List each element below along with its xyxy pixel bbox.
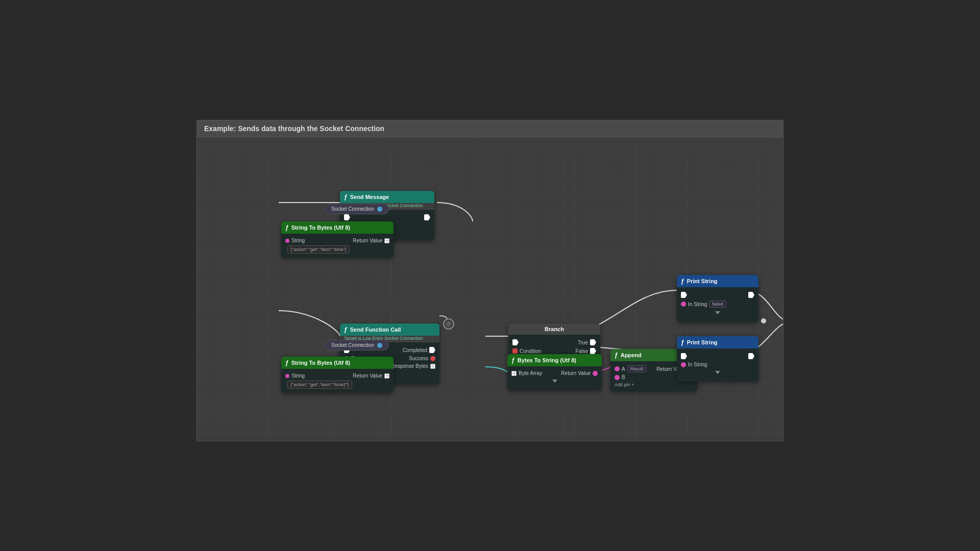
print-string-top-body: In String failed (677, 287, 758, 322)
bts-array-label: Byte Array (519, 370, 542, 376)
bytes-to-string-body: Byte Array Return Value (507, 366, 602, 390)
bts-return-pin (593, 371, 598, 376)
print-string-top-title: Print String (687, 278, 718, 284)
sfc-completed-label: Completed (403, 347, 427, 353)
ps-bottom-instring-row: In String (677, 361, 758, 368)
string-to-bytes-top-header: ƒ String To Bytes (Utf 8) (281, 221, 394, 234)
blueprint-canvas[interactable]: ƒ Send Message Target is Low Entry Socke… (197, 137, 783, 439)
bytes-to-string-title: Bytes To String (Utf 8) (518, 357, 576, 363)
bytes-to-string-header: ƒ Bytes To String (Utf 8) (507, 354, 602, 366)
sfc-response-label: Response Bytes (391, 363, 428, 369)
append-a-pin (615, 366, 620, 371)
ps-bottom-expand (715, 371, 720, 376)
stb-top-string-row: String Return Value (281, 237, 394, 244)
sfc-success-pin (430, 356, 435, 361)
stb-top-string-label: String (291, 238, 305, 243)
ps-top-instring-label: In String (688, 302, 707, 307)
send-function-call-header: ƒ Send Function Call (340, 323, 439, 336)
ps-top-exec-row (677, 290, 758, 299)
sfc-success-label: Success (409, 356, 428, 361)
bts-array-row: Byte Array Return Value (507, 369, 602, 377)
conn-exec-sm-out (437, 203, 473, 221)
branch-condition-label: Condition (520, 348, 541, 354)
stb-bottom-string-pin (285, 374, 289, 378)
ps-top-exec-out-pin (748, 292, 754, 298)
branch-false-pin (590, 348, 596, 354)
socket-connection-bottom-dot (377, 343, 382, 348)
socket-connection-bottom[interactable]: Socket Connection (325, 340, 389, 350)
ps-top-instring-pin (681, 302, 686, 307)
send-message-title: Send Message (350, 194, 389, 200)
string-to-bytes-top-node: ƒ String To Bytes (Utf 8) String Return … (281, 221, 394, 258)
stb-top-value-row: {"action":"get","item":"time"} (281, 244, 394, 255)
print-string-bottom-title: Print String (687, 339, 718, 345)
branch-exec-row: True (508, 338, 600, 347)
stb-top-string-pin (285, 239, 289, 243)
blueprint-container: Example: Sends data through the Socket C… (197, 120, 783, 441)
send-message-header: ƒ Send Message (340, 191, 434, 203)
ps-bottom-instring-pin (681, 362, 686, 367)
far-right-dot (761, 318, 766, 323)
stb-bottom-string-row: String Return Value (281, 372, 394, 380)
ps-top-instring-row: In String failed (677, 299, 758, 309)
stb-bottom-value-row: {"action":"get","item":"time2"} (281, 380, 394, 390)
append-b-pin (615, 375, 620, 380)
ps-top-expand (715, 311, 720, 316)
clock-icon: ⏱ (443, 318, 454, 330)
string-to-bytes-top-title: String To Bytes (Utf 8) (291, 224, 350, 231)
append-add-row[interactable]: Add pin + (610, 381, 697, 388)
bts-return-label: Return Value (561, 370, 591, 376)
send-function-call-title: Send Function Call (350, 327, 401, 333)
print-string-bottom-header: ƒ Print String (677, 336, 758, 348)
bts-expand-arrow (552, 380, 557, 385)
title-text: Example: Sends data through the Socket C… (204, 124, 384, 133)
branch-node: Branch True Condition False (508, 323, 600, 358)
send-message-exec-out-pin (424, 214, 430, 220)
print-string-top-node: ƒ Print String In String failed (677, 275, 758, 322)
title-bar: Example: Sends data through the Socket C… (197, 120, 783, 137)
append-result-badge: Result (627, 365, 647, 372)
ps-top-exec-in-pin (681, 292, 687, 298)
branch-true-pin (590, 339, 596, 345)
branch-exec-in-pin (512, 339, 519, 345)
string-to-bytes-bottom-body: String Return Value {"action":"get","ite… (281, 369, 394, 393)
branch-title: Branch (545, 326, 564, 332)
append-add-pin[interactable]: Add pin + (615, 382, 634, 387)
print-string-bottom-node: ƒ Print String In String (677, 336, 758, 382)
string-to-bytes-bottom-node: ƒ String To Bytes (Utf 8) String Return … (281, 357, 394, 393)
stb-top-return-label: Return Value (353, 238, 382, 243)
append-title: Append (621, 352, 642, 358)
branch-true-label: True (578, 340, 588, 345)
ps-bottom-instring-label: In String (688, 362, 707, 367)
sfc-response-pin (430, 364, 435, 369)
string-to-bytes-top-body: String Return Value {"action":"get","ite… (281, 234, 394, 258)
stb-bottom-value: {"action":"get","item":"time2"} (287, 381, 352, 389)
stb-bottom-return-label: Return Value (353, 373, 382, 379)
conn-rb-bts (485, 367, 508, 372)
string-to-bytes-bottom-title: String To Bytes (Utf 8) (291, 360, 350, 366)
stb-top-return-pin (384, 238, 389, 243)
append-a-label: A (622, 366, 625, 372)
append-b-label: B (622, 374, 625, 380)
stb-bottom-return-pin (384, 373, 389, 379)
socket-connection-top[interactable]: Socket Connection (325, 204, 389, 214)
ps-bottom-exec-in-pin (681, 353, 687, 359)
ps-top-instring-value: failed (709, 300, 726, 308)
socket-connection-bottom-label: Socket Connection (331, 342, 374, 348)
bts-array-pin (511, 371, 517, 376)
string-to-bytes-bottom-header: ƒ String To Bytes (Utf 8) (281, 357, 394, 369)
socket-connection-top-label: Socket Connection (331, 206, 374, 212)
socket-connection-top-dot (377, 207, 382, 212)
conn-exec-entry2 (279, 311, 340, 336)
print-string-top-header: ƒ Print String (677, 275, 758, 287)
print-string-bottom-body: In String (677, 348, 758, 382)
branch-false-label: False (576, 348, 588, 354)
ps-bottom-exec-row (677, 352, 758, 361)
branch-header: Branch (508, 323, 600, 335)
bytes-to-string-node: ƒ Bytes To String (Utf 8) Byte Array Ret… (507, 354, 602, 390)
ps-bottom-exec-out-pin (748, 353, 754, 359)
stb-top-value: {"action":"get","item":"time"} (287, 245, 350, 254)
stb-bottom-string-label: String (291, 373, 305, 379)
sfc-completed-pin (429, 347, 435, 353)
send-message-exec-in-pin (344, 214, 350, 220)
